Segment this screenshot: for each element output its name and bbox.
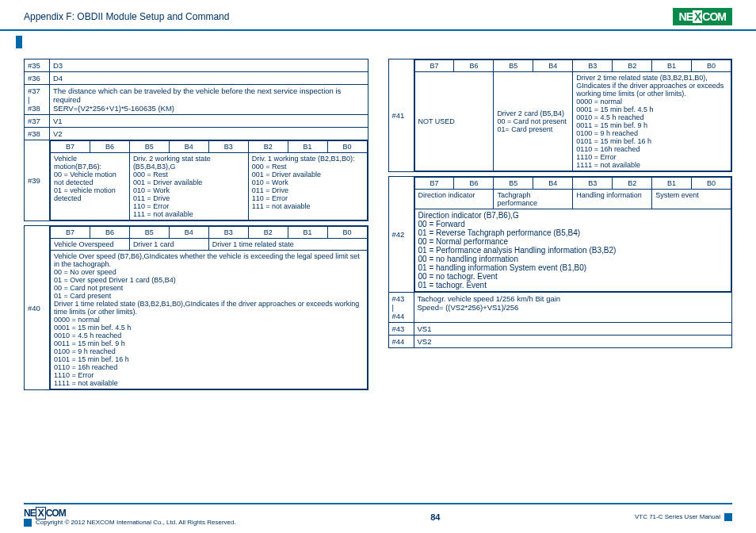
manual-title: VTC 71-C Series User Manual xyxy=(635,513,720,520)
left-table: #35D3 #36D4 #37 | #38The distance which … xyxy=(24,59,368,390)
row-40: #40 B7B6 B5B4 B3B2 B1B0 Vehicle Overspee… xyxy=(25,226,368,390)
row-44b: #44VS2 xyxy=(388,336,732,348)
row-39-inner: B7B6 B5B4B3 B2B1B0 Vehicle motion(B7,B6)… xyxy=(50,140,368,220)
right-table: #41 B7B6 B5B4 B3B2 B1B0 NOT USED Driver … xyxy=(388,59,733,348)
row-40-inner: B7B6 B5B4 B3B2 B1B0 Vehicle Overspeed Dr… xyxy=(50,226,368,389)
row-36: #36D4 xyxy=(25,72,368,85)
row-39: #39 B7B6 B5B4B3 B2B1B0 Vehicle motion(B7… xyxy=(25,140,368,221)
row-41: #41 B7B6 B5B4 B3B2 B1B0 NOT USED Driver … xyxy=(388,59,732,172)
footer-left-marker xyxy=(24,519,32,527)
right-column: #41 B7B6 B5B4 B3B2 B1B0 NOT USED Driver … xyxy=(388,59,733,390)
page-footer: NEXCOM Copyright © 2012 NEXCOM Internati… xyxy=(24,503,732,527)
row-37-38: #37 | #38The distance which can be trave… xyxy=(25,85,368,115)
row-35: #35D3 xyxy=(25,59,368,72)
header-title: Appendix F: OBDII Module Setup and Comma… xyxy=(24,11,229,22)
row-37b: #37V1 xyxy=(25,115,368,128)
copyright-text: Copyright © 2012 NEXCOM International Co… xyxy=(36,519,236,526)
nexcom-logo: NEXCOM xyxy=(673,8,732,25)
footer-left: NEXCOM Copyright © 2012 NEXCOM Internati… xyxy=(24,508,236,527)
footer-logo: NEXCOM xyxy=(24,508,236,519)
row-41-inner: B7B6 B5B4 B3B2 B1B0 NOT USED Driver 2 ca… xyxy=(414,59,732,171)
row-38b: #38V2 xyxy=(25,128,368,140)
footer-right-marker xyxy=(724,513,732,521)
content-area: #35D3 #36D4 #37 | #38The distance which … xyxy=(0,31,756,398)
side-marker xyxy=(16,36,22,48)
page-number: 84 xyxy=(430,512,440,522)
row-42: #42 B7B6 B5B4 B3B2 B1B0 Direction indica… xyxy=(388,177,732,293)
left-column: #35D3 #36D4 #37 | #38The distance which … xyxy=(24,59,368,390)
footer-right: VTC 71-C Series User Manual xyxy=(635,513,732,521)
row-43b: #43VS1 xyxy=(388,323,732,336)
page-header: Appendix F: OBDII Module Setup and Comma… xyxy=(0,0,756,31)
row-43-44: #43 | #44Tachogr. vehicle speed 1/256 km… xyxy=(388,293,732,323)
row-42-inner: B7B6 B5B4 B3B2 B1B0 Direction indicator … xyxy=(414,177,732,292)
